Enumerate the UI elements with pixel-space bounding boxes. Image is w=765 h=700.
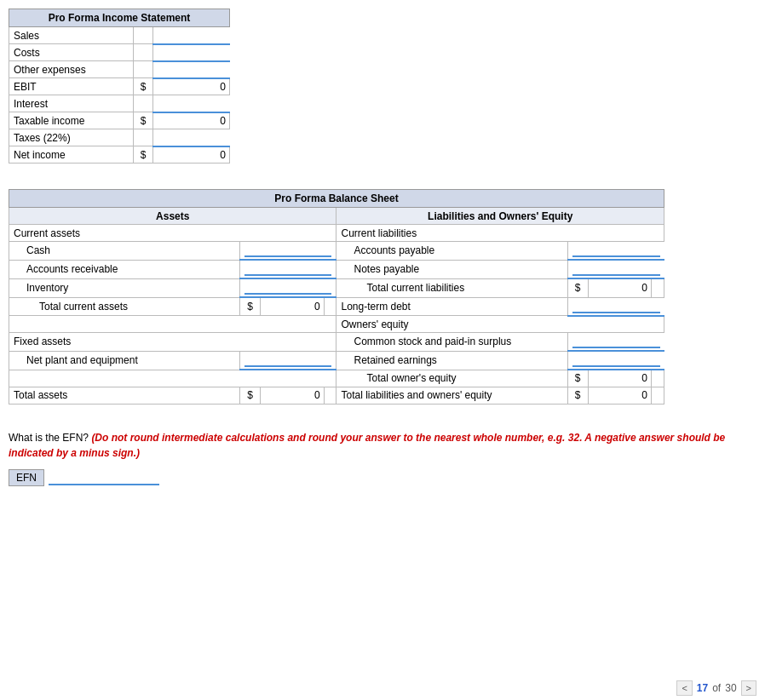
balance-sheet-row: Accounts receivable Notes payable <box>9 260 664 278</box>
balance-sheet-row: Cash Accounts payable <box>9 242 664 261</box>
bs-input-right-1[interactable] <box>567 242 664 261</box>
income-label-2: Other expenses <box>9 61 134 78</box>
efn-question: What is the EFN? (Do not round intermedi… <box>9 430 756 461</box>
income-input-4[interactable] <box>152 95 229 112</box>
bs-input-left-1[interactable] <box>240 242 336 261</box>
bs-input-right-6[interactable] <box>567 333 664 352</box>
assets-header: Assets <box>9 208 336 225</box>
income-input-1[interactable] <box>152 44 229 61</box>
income-dollar-1 <box>134 44 153 61</box>
income-statement-table: Pro Forma Income Statement Sales Costs O… <box>9 9 230 164</box>
bs-dollar-right-3: $ <box>567 278 588 297</box>
bs-input-left-2[interactable] <box>240 260 336 278</box>
income-label-5: Taxable income <box>9 112 134 129</box>
income-value-3: 0 <box>152 78 229 95</box>
efn-input-row: EFN <box>9 469 756 486</box>
income-input-6[interactable] <box>152 129 229 146</box>
income-label-0: Sales <box>9 27 134 44</box>
balance-sheet-row: Total assets $ 0 Total liabilities and o… <box>9 387 664 404</box>
efn-input[interactable] <box>49 470 159 485</box>
income-value-5: 0 <box>152 112 229 129</box>
bs-label-left-2: Accounts receivable <box>9 260 240 278</box>
bs-blank-left-5 <box>9 316 336 333</box>
balance-sheet-row: Total current assets $ 0 Long-term debt <box>9 297 664 316</box>
income-label-6: Taxes (22%) <box>9 129 134 146</box>
bs-label-right-8: Total owner's equity <box>336 370 567 387</box>
bs-label-right-9: Total liabilities and owners' equity <box>336 387 567 404</box>
balance-sheet-row: Inventory Total current liabilities $ 0 <box>9 278 664 297</box>
bs-pad-left-4 <box>324 297 336 316</box>
bs-label-left-7: Net plant and equipment <box>9 351 240 370</box>
bs-val-left-4: 0 <box>261 297 325 316</box>
bs-section-left-6: Fixed assets <box>9 333 336 352</box>
bs-val-left-9: 0 <box>261 387 325 404</box>
income-label-4: Interest <box>9 95 134 112</box>
balance-sheet-row: Total owner's equity $ 0 <box>9 370 664 387</box>
efn-question-prefix: What is the EFN? <box>9 432 89 444</box>
balance-sheet-row: Fixed assets Common stock and paid-in su… <box>9 333 664 352</box>
balance-sheet-table: Pro Forma Balance Sheet Assets Liabiliti… <box>9 189 664 405</box>
balance-sheet-row: Current assetsCurrent liabilities <box>9 225 664 242</box>
income-label-3: EBIT <box>9 78 134 95</box>
income-dollar-3: $ <box>134 78 153 95</box>
income-input-0[interactable] <box>152 27 229 44</box>
bs-dollar-right-8: $ <box>567 370 588 387</box>
income-label-7: Net income <box>9 146 134 164</box>
efn-section: What is the EFN? (Do not round intermedi… <box>9 430 756 486</box>
income-label-1: Costs <box>9 44 134 61</box>
bs-dollar-right-9: $ <box>567 387 588 404</box>
bs-val-right-8: 0 <box>588 370 652 387</box>
bs-label-right-2: Notes payable <box>336 260 567 278</box>
bs-val-right-9: 0 <box>588 387 652 404</box>
income-dollar-0 <box>134 27 153 44</box>
balance-sheet-wrapper: Pro Forma Balance Sheet Assets Liabiliti… <box>9 189 664 405</box>
bs-label-right-4: Long-term debt <box>336 297 567 316</box>
income-dollar-6 <box>134 129 153 146</box>
bs-input-left-3[interactable] <box>240 278 336 297</box>
income-dollar-2 <box>134 61 153 78</box>
efn-question-bold: (Do not round intermediate calculations … <box>9 432 725 459</box>
income-value-7: 0 <box>152 146 229 164</box>
income-dollar-4 <box>134 95 153 112</box>
bs-section-left-0: Current assets <box>9 225 336 242</box>
bs-label-right-3: Total current liabilities <box>336 278 567 297</box>
bs-pad-right-9 <box>652 387 664 404</box>
efn-label: EFN <box>9 469 44 486</box>
bs-pad-right-3 <box>652 278 664 297</box>
bs-blank-left-8 <box>9 370 336 387</box>
bs-pad-left-9 <box>324 387 336 404</box>
bs-label-right-6: Common stock and paid-in surplus <box>336 333 567 352</box>
bs-label-right-1: Accounts payable <box>336 242 567 261</box>
bs-input-right-2[interactable] <box>567 260 664 278</box>
bs-label-left-1: Cash <box>9 242 240 261</box>
balance-sheet-row: Owners' equity <box>9 316 664 333</box>
bs-input-right-4[interactable] <box>567 297 664 316</box>
bs-input-right-7[interactable] <box>567 351 664 370</box>
bs-label-right-7: Retained earnings <box>336 351 567 370</box>
balance-sheet-title: Pro Forma Balance Sheet <box>9 190 664 208</box>
bs-label-left-3: Inventory <box>9 278 240 297</box>
bs-val-right-3: 0 <box>588 278 652 297</box>
bs-input-left-7[interactable] <box>240 351 336 370</box>
balance-sheet-row: Net plant and equipment Retained earning… <box>9 351 664 370</box>
bs-label-left-9: Total assets <box>9 387 240 404</box>
income-dollar-5: $ <box>134 112 153 129</box>
bs-section-right-0: Current liabilities <box>336 225 664 242</box>
income-dollar-7: $ <box>134 146 153 164</box>
liabilities-header: Liabilities and Owners' Equity <box>336 208 664 225</box>
income-statement-title: Pro Forma Income Statement <box>9 9 230 27</box>
bs-pad-right-8 <box>652 370 664 387</box>
income-input-2[interactable] <box>152 61 229 78</box>
bs-dollar-left-4: $ <box>240 297 261 316</box>
bs-label-left-4: Total current assets <box>9 297 240 316</box>
bs-dollar-left-9: $ <box>240 387 261 404</box>
bs-section-right-5: Owners' equity <box>336 316 664 333</box>
